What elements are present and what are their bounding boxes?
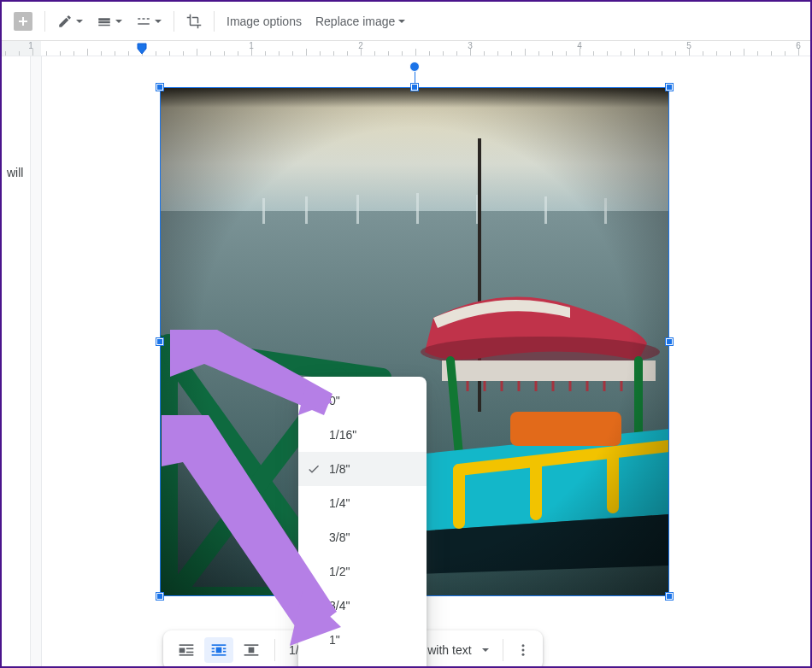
caret-down-icon xyxy=(398,20,405,23)
indent-marker[interactable] xyxy=(137,43,147,53)
pencil-icon xyxy=(57,14,73,29)
svg-rect-41 xyxy=(186,648,193,650)
svg-rect-47 xyxy=(212,651,215,653)
svg-rect-42 xyxy=(186,652,193,653)
horizontal-ruler[interactable]: 1123456 xyxy=(2,41,810,56)
document-page[interactable]: 1/8" margin Move with text 0"1/16"1/8"1/… xyxy=(41,56,810,666)
menu-item-label: 1" xyxy=(329,633,340,647)
svg-rect-49 xyxy=(223,651,226,653)
text-wrap-group xyxy=(170,636,268,665)
svg-rect-51 xyxy=(244,654,259,656)
resize-handle-bl[interactable] xyxy=(156,593,163,600)
menu-item-label: 1/2" xyxy=(329,565,350,578)
svg-rect-44 xyxy=(212,654,227,656)
svg-point-55 xyxy=(521,653,524,656)
outline-panel: will xyxy=(2,56,31,666)
margin-menu-item[interactable]: Custom xyxy=(298,657,427,668)
svg-rect-46 xyxy=(212,648,215,650)
check-icon xyxy=(307,462,321,476)
svg-point-53 xyxy=(521,644,524,647)
resize-handle-ml[interactable] xyxy=(156,338,163,345)
resize-handle-tr[interactable] xyxy=(666,84,673,91)
menu-item-label: 3/4" xyxy=(329,599,350,612)
toolbar-separator xyxy=(214,11,215,32)
more-options-button[interactable] xyxy=(510,637,536,663)
replace-image-button[interactable]: Replace image xyxy=(310,9,410,34)
border-color-button[interactable] xyxy=(52,9,88,34)
svg-rect-45 xyxy=(216,647,222,653)
menu-item-label: 1/4" xyxy=(329,496,350,510)
margin-menu-item[interactable]: 3/8" xyxy=(298,520,427,554)
resize-handle-tl[interactable] xyxy=(156,84,163,91)
margin-menu-item[interactable]: 1/4" xyxy=(298,486,427,520)
menu-item-label: 1/16" xyxy=(329,428,356,442)
line-weight-icon xyxy=(97,14,112,29)
wrap-break-button[interactable] xyxy=(237,637,266,663)
margin-menu-item[interactable]: 3/4" xyxy=(298,589,427,623)
caret-down-icon xyxy=(76,20,83,23)
resize-handle-mt[interactable] xyxy=(411,84,418,91)
image-options-label: Image options xyxy=(227,15,302,28)
caret-down-icon xyxy=(482,648,489,652)
menu-item-label: 0" xyxy=(329,394,340,407)
svg-rect-52 xyxy=(249,647,255,653)
crop-icon xyxy=(186,14,202,29)
pill-separator xyxy=(503,639,503,661)
wrap-text-icon xyxy=(210,642,227,658)
margin-menu-item[interactable]: 1/16" xyxy=(298,418,427,452)
toolbar: Image options Replace image xyxy=(2,2,810,41)
svg-point-54 xyxy=(521,649,524,652)
line-dash-icon xyxy=(136,14,151,29)
toolbar-separator xyxy=(44,11,45,32)
wrap-inline-icon xyxy=(178,642,195,658)
image-options-button[interactable]: Image options xyxy=(221,9,307,34)
more-vert-icon xyxy=(515,642,531,658)
margin-menu-item[interactable]: 1/2" xyxy=(298,554,427,589)
plus-box-icon xyxy=(14,12,32,31)
svg-rect-43 xyxy=(212,644,227,646)
svg-rect-38 xyxy=(179,644,194,646)
menu-item-label: 1/8" xyxy=(329,462,350,476)
wrap-break-icon xyxy=(243,642,260,658)
caret-down-icon xyxy=(115,20,122,23)
document-canvas: will xyxy=(2,56,810,666)
svg-rect-50 xyxy=(244,644,259,646)
border-weight-button[interactable] xyxy=(91,9,127,34)
rotate-handle[interactable] xyxy=(409,62,420,72)
svg-rect-40 xyxy=(179,648,185,653)
menu-item-label: 3/8" xyxy=(329,530,350,544)
pill-separator xyxy=(274,639,275,661)
wrap-text-button[interactable] xyxy=(204,637,233,663)
toolbar-separator xyxy=(174,11,174,32)
margin-menu-item[interactable]: 0" xyxy=(298,384,427,418)
resize-handle-br[interactable] xyxy=(666,593,673,600)
margin-menu-item[interactable]: 1/8" xyxy=(298,452,427,486)
wrap-inline-button[interactable] xyxy=(172,637,201,663)
ruler-number: 1 xyxy=(22,41,39,50)
svg-rect-39 xyxy=(179,654,194,656)
crop-button[interactable] xyxy=(181,9,207,34)
resize-handle-mr[interactable] xyxy=(666,338,673,345)
margin-menu-item[interactable]: 1" xyxy=(298,623,427,657)
border-dash-button[interactable] xyxy=(131,9,167,34)
caret-down-icon xyxy=(155,20,162,23)
svg-rect-48 xyxy=(223,648,226,650)
margin-menu: 0"1/16"1/8"1/4"3/8"1/2"3/4"1"Custom xyxy=(298,377,427,668)
replace-image-label: Replace image xyxy=(315,15,395,28)
new-comment-button[interactable] xyxy=(9,9,38,34)
outline-text: will xyxy=(7,166,23,179)
